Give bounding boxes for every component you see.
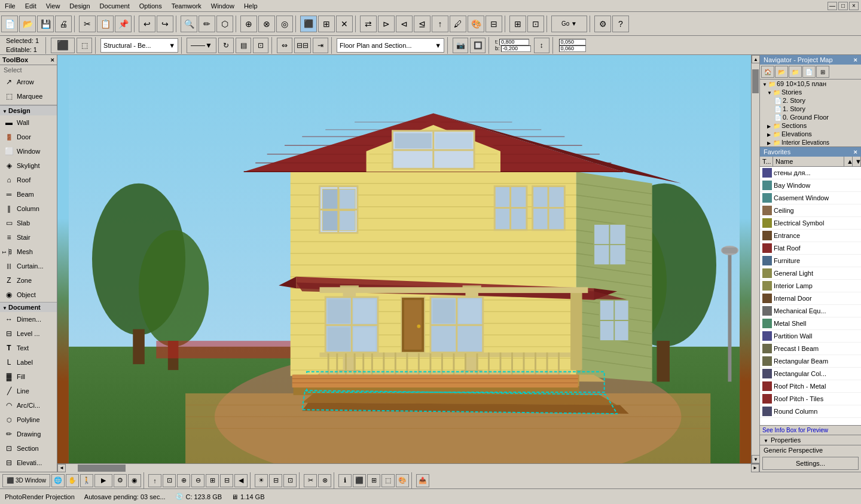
menu-options[interactable]: Options — [135, 1, 167, 11]
fav-item-6[interactable]: Flat Roof — [760, 242, 861, 255]
save-btn[interactable]: 💾 — [37, 16, 54, 32]
nav-open-btn[interactable]: 📂 — [775, 66, 788, 78]
right-bot-input[interactable] — [559, 45, 586, 52]
scroll-up-btn[interactable]: ▲ — [752, 55, 760, 63]
slab-tool[interactable]: Slab — [0, 216, 57, 230]
minimize-btn[interactable]: — — [828, 2, 837, 10]
find-btn[interactable]: 🔍 — [181, 16, 197, 32]
canvas-vertical-scrollbar[interactable]: ▲ ▼ — [751, 55, 759, 463]
nav5-btn[interactable]: ↑ — [432, 16, 448, 32]
wireframe-btn[interactable]: ⬚ — [77, 38, 92, 53]
pan-btn[interactable]: ✋ — [66, 474, 79, 487]
export-btn[interactable]: 📤 — [416, 474, 429, 487]
close-btn[interactable]: × — [849, 2, 859, 10]
stair-tool[interactable]: Stair — [0, 230, 57, 245]
interi-tool[interactable]: Interi... — [0, 470, 57, 472]
menu-document[interactable]: Document — [95, 1, 135, 11]
object-tool[interactable]: Object — [0, 288, 57, 302]
fav-item-11[interactable]: Mechanical Equ... — [760, 305, 861, 317]
document-category[interactable]: Document — [0, 302, 57, 312]
tree-interior[interactable]: Interior Elevations — [760, 138, 861, 146]
structural-dropdown[interactable]: Structural - Be... ▼ — [100, 38, 178, 53]
sel2-btn[interactable]: ⊗ — [318, 474, 331, 487]
fill-tool[interactable]: Fill — [0, 369, 57, 384]
curtain-tool[interactable]: Curtain... — [0, 259, 57, 273]
settings2-btn[interactable]: ⚙ — [114, 474, 127, 487]
navigator-close[interactable]: × — [854, 56, 857, 63]
roof-tool[interactable]: Roof — [0, 173, 57, 187]
right-top-input[interactable] — [559, 39, 586, 45]
settings-button[interactable]: Settings... — [762, 457, 859, 470]
tree-root[interactable]: 69 10×10,5 план — [760, 80, 861, 88]
zone-tool[interactable]: Zone — [0, 273, 57, 288]
t-input[interactable] — [499, 39, 529, 45]
menu-view[interactable]: View — [41, 1, 65, 11]
b-input[interactable] — [501, 45, 531, 52]
goto-btn[interactable]: Go ▼ — [551, 16, 587, 32]
wall-tool[interactable]: Wall — [0, 115, 57, 130]
menu-file[interactable]: File — [0, 1, 20, 11]
maximize-btn[interactable]: □ — [838, 2, 848, 10]
tree-stories[interactable]: Stories — [760, 88, 861, 96]
zoom-in-btn[interactable]: ⊕ — [177, 474, 190, 487]
marquee-tool[interactable]: Marquee — [0, 89, 57, 103]
fav-name-col[interactable]: Name — [773, 157, 844, 166]
section2-btn[interactable]: ⊡ — [283, 474, 297, 487]
menu-design[interactable]: Design — [65, 1, 94, 11]
fav-item-13[interactable]: Partition Wall — [760, 330, 861, 343]
3d-viewport[interactable] — [57, 55, 751, 463]
door-tool[interactable]: Door — [0, 130, 57, 144]
fav-item-0[interactable]: стены для... — [760, 167, 861, 179]
scroll-right-btn[interactable]: ► — [751, 464, 759, 472]
sun-btn[interactable]: ☀ — [255, 474, 268, 487]
fav-item-10[interactable]: Internal Door — [760, 292, 861, 305]
fav-item-3[interactable]: Ceiling — [760, 204, 861, 217]
floor-btn[interactable]: ⊞ — [318, 16, 335, 32]
fly-btn[interactable]: ▶ — [94, 474, 112, 487]
new-btn[interactable]: 📄 — [1, 16, 18, 32]
settings-btn[interactable]: ⚙ — [594, 16, 611, 32]
paste-btn[interactable]: 📌 — [115, 16, 132, 32]
fav-item-8[interactable]: General Light — [760, 267, 861, 280]
nav-home-btn[interactable]: 🏠 — [761, 66, 774, 78]
tree-sections[interactable]: Sections — [760, 121, 861, 130]
zoom-prev-btn[interactable]: ⊟ — [220, 474, 233, 487]
3d-btn[interactable]: ⬛ — [300, 16, 317, 32]
zoom2-btn[interactable]: ⊟⊟ — [294, 38, 311, 53]
fav-item-7[interactable]: Furniture — [760, 255, 861, 267]
fav-item-16[interactable]: Rectangular Col... — [760, 368, 861, 380]
measure-btn[interactable]: ⊡ — [527, 16, 544, 32]
fav-item-15[interactable]: Rectangular Beam — [760, 355, 861, 368]
fav-item-14[interactable]: Precast I Beam — [760, 343, 861, 355]
design-category[interactable]: Design — [0, 105, 57, 115]
zoom-btn[interactable]: ⇔ — [277, 38, 292, 53]
help-btn[interactable]: ? — [612, 16, 629, 32]
favorites-footer[interactable]: See Info Box for Preview — [760, 425, 861, 435]
menu-edit[interactable]: Edit — [20, 1, 41, 11]
undo-btn[interactable]: ↩ — [139, 16, 155, 32]
cut2-btn[interactable]: ✂ — [304, 474, 317, 487]
menu-teamwork[interactable]: Teamwork — [167, 1, 206, 11]
pen-set-btn[interactable]: ▤ — [236, 38, 251, 53]
fav-item-19[interactable]: Round Column — [760, 405, 861, 418]
scroll-track-v[interactable] — [752, 63, 759, 455]
fav-item-1[interactable]: Bay Window — [760, 179, 861, 192]
close-view-btn[interactable]: ✕ — [336, 16, 353, 32]
window-tool[interactable]: Window — [0, 144, 57, 158]
zoom-out-btn[interactable]: ⊖ — [191, 474, 204, 487]
fav-item-4[interactable]: Electrical Symbol — [760, 217, 861, 230]
transparency-btn[interactable]: ⬚ — [381, 474, 395, 487]
level-tool[interactable]: Level ... — [0, 326, 57, 341]
render2-btn[interactable]: ◉ — [128, 474, 141, 487]
info2-btn[interactable]: ℹ — [338, 474, 352, 487]
line-tool[interactable]: Line — [0, 384, 57, 398]
polyline-tool[interactable]: Polyline — [0, 413, 57, 427]
pen-btn[interactable]: ✏ — [199, 16, 215, 32]
color-btn[interactable]: 🎨 — [468, 16, 484, 32]
color2-btn[interactable]: 🎨 — [396, 474, 409, 487]
scale-btn[interactable]: ⊡ — [253, 38, 268, 53]
linetype-btn[interactable]: ——▼ — [187, 38, 216, 53]
nav-arrows-btn[interactable]: ↑ — [148, 474, 161, 487]
snap-btn[interactable]: ⊕ — [240, 16, 257, 32]
arrow-tool[interactable]: Arrow — [0, 75, 57, 89]
